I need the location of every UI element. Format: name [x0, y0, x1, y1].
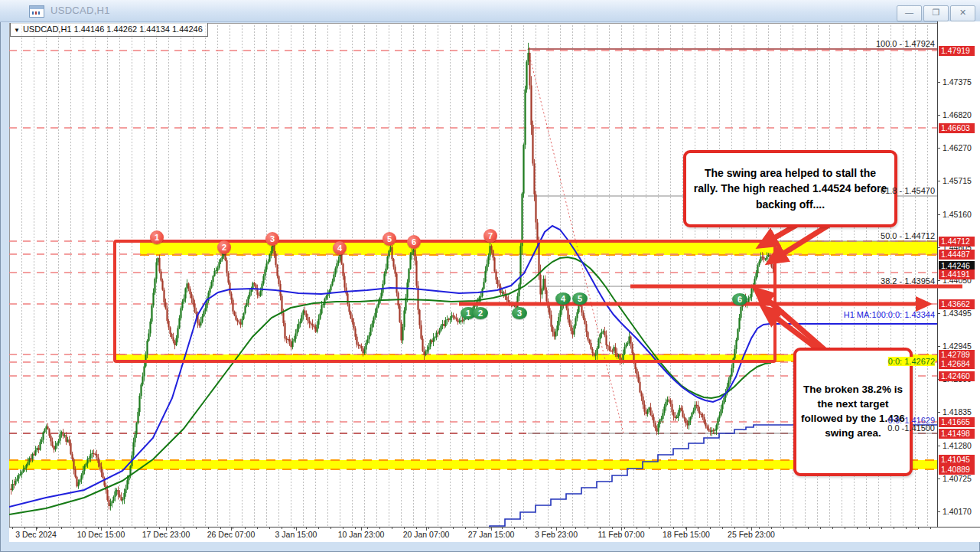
minor-time-tick [649, 527, 650, 529]
minor-time-tick [306, 527, 307, 529]
price-tick [937, 511, 940, 512]
annotation-swing-area[interactable]: The swing area helped to stall the rally… [683, 150, 897, 227]
minor-time-tick [832, 527, 833, 529]
minor-time-tick [783, 527, 784, 529]
minor-time-tick [502, 527, 503, 529]
level-price-badge: 1.46603 [939, 123, 975, 133]
price-tick-label: 1.46820 [943, 110, 972, 119]
swing-low-marker: 5 [572, 292, 588, 305]
level-price-badge: 1.47919 [939, 46, 975, 56]
minor-time-tick [122, 527, 123, 529]
minor-time-tick [416, 527, 417, 529]
price-tick-label: 1.41280 [943, 441, 972, 450]
symbol-ohlc-readout[interactable]: ▼USDCAD,H1 1.44146 1.44262 1.44134 1.442… [10, 23, 208, 37]
minor-time-tick [477, 527, 478, 529]
minor-time-tick [869, 527, 870, 529]
level-price-badge: 1.44487 [939, 250, 975, 260]
price-tick [937, 446, 940, 446]
swing-low-marker: 2 [473, 307, 488, 319]
minor-time-tick [196, 527, 197, 529]
time-tick-label: 25 Feb 23:00 [728, 530, 775, 539]
swing-high-marker: 6 [407, 235, 421, 249]
minor-time-tick [612, 527, 613, 529]
swing-high-marker: 1 [150, 230, 164, 244]
fib-level-label: 100.0 - 1.47924 [876, 39, 935, 48]
minor-time-tick [282, 527, 282, 529]
price-tick-label: 1.45160 [943, 210, 972, 219]
minor-time-tick [624, 527, 625, 529]
price-tick [937, 412, 940, 413]
minor-time-tick [465, 527, 466, 529]
swing-low-marker: 4 [555, 292, 571, 305]
price-tick-label: 1.40170 [943, 507, 972, 516]
minor-time-tick [551, 527, 552, 529]
minor-time-tick [906, 527, 907, 529]
minor-time-tick [24, 527, 25, 529]
minor-time-tick [269, 527, 270, 529]
annotation-swing-area-text: The swing area helped to stall the rally… [692, 165, 888, 212]
minor-time-tick [698, 527, 698, 529]
price-tick [937, 82, 940, 83]
minor-time-tick [673, 527, 674, 529]
price-tick [937, 313, 940, 314]
swing-high-marker: 4 [333, 241, 347, 255]
minor-time-tick [343, 527, 343, 529]
minor-time-tick [12, 527, 13, 529]
minor-time-tick [881, 527, 882, 529]
swing-high-marker: 3 [265, 232, 279, 246]
level-price-badge: 1.44191 [939, 269, 975, 279]
price-tick-label: 1.46270 [943, 143, 972, 152]
price-tick [937, 181, 940, 181]
fib-level-label: 61.8 - 1.45470 [881, 186, 935, 195]
minor-time-tick [539, 527, 539, 529]
collapse-arrow-icon[interactable]: ▼ [14, 27, 20, 34]
ohlc-text: USDCAD,H1 1.44146 1.44262 1.44134 1.4424… [23, 24, 203, 34]
level-price-badge: 1.42460 [939, 371, 975, 381]
price-tick-label: 1.41835 [943, 407, 972, 416]
annotation-382-target[interactable]: The broken 38.2% is the next target foll… [793, 348, 913, 476]
price-tick-label: 1.47375 [943, 77, 972, 87]
swing-high-marker: 2 [217, 240, 231, 254]
minor-time-tick [61, 527, 62, 529]
price-tick-label: 1.43495 [943, 309, 972, 318]
minor-time-tick [685, 527, 686, 529]
time-tick-label: 3 Feb 23:00 [535, 530, 578, 539]
level-price-badge: 1.41665 [939, 417, 975, 427]
minor-time-tick [526, 527, 527, 529]
minor-time-tick [759, 527, 760, 529]
price-tick-label: 1.45715 [943, 176, 972, 185]
price-tick-label: 1.40725 [943, 474, 972, 483]
minor-time-tick [404, 527, 405, 529]
drawn-red-objects[interactable] [115, 216, 962, 366]
swing-low-marker: 3 [512, 307, 527, 319]
minor-time-tick [490, 527, 490, 529]
minor-time-tick [796, 527, 796, 529]
minor-time-tick [514, 527, 515, 529]
price-tick [937, 247, 940, 248]
minor-time-tick [294, 527, 295, 529]
pointer-arrow[interactable] [757, 291, 830, 354]
time-tick-label: 17 Dec 23:00 [142, 530, 190, 539]
swing-high-marker: 5 [383, 232, 396, 246]
minor-time-tick [245, 527, 246, 529]
level-price-badge: 1.44712 [939, 237, 975, 247]
minor-time-tick [441, 527, 441, 529]
minor-time-tick [367, 527, 368, 529]
ma-value-label: 0:0: 1.42672 [888, 357, 935, 366]
time-tick-label: 3 Dec 2024 [15, 530, 57, 539]
minor-time-tick [600, 527, 601, 529]
price-tick [937, 148, 940, 149]
candlesticks [11, 43, 773, 511]
time-tick-label: 18 Feb 15:00 [663, 530, 710, 539]
price-tick [937, 214, 940, 215]
minor-time-tick [588, 527, 588, 529]
minor-time-tick [747, 527, 747, 529]
fib-level-label: 50.0 - 1.44712 [881, 231, 935, 240]
level-price-badge: 1.41498 [939, 429, 975, 439]
minor-time-tick [355, 527, 356, 529]
minor-time-tick [820, 527, 821, 529]
minor-time-tick [49, 527, 50, 529]
time-tick-label: 11 Feb 07:00 [597, 530, 644, 539]
minor-time-tick [808, 527, 809, 529]
time-tick-label: 10 Dec 15:00 [77, 530, 125, 539]
